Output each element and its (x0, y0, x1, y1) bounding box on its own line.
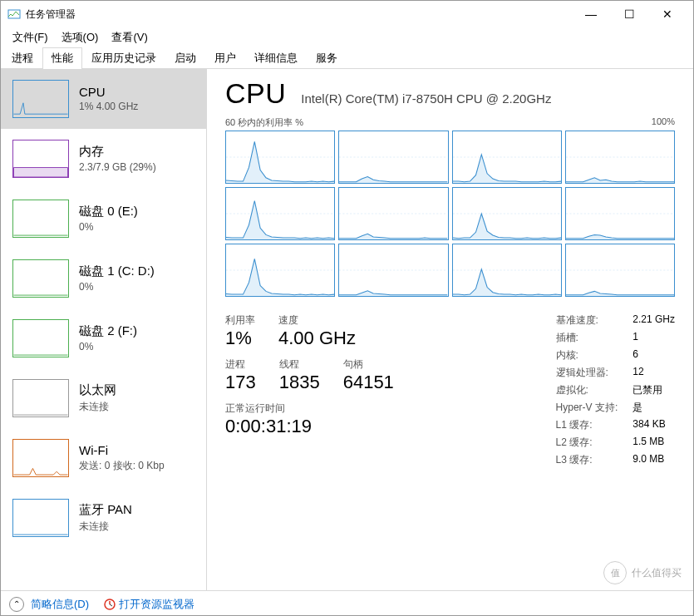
detail-panel: CPU Intel(R) Core(TM) i7-8750H CPU @ 2.2… (207, 69, 693, 590)
stat-label: 线程 (279, 357, 320, 372)
spec-val-5: 是 (632, 401, 675, 415)
tab-users[interactable]: 用户 (205, 47, 245, 69)
sidebar-thumb (12, 499, 69, 537)
brief-info-link[interactable]: 简略信息(D) (31, 597, 89, 612)
sidebar-item-title: 磁盘 1 (C: D:) (79, 264, 155, 279)
cpu-core-3 (565, 131, 675, 184)
primary-stat-1: 速度4.00 GHz (278, 313, 356, 349)
stat-label: 速度 (278, 313, 356, 328)
maximize-button[interactable]: ☐ (610, 1, 648, 27)
sidebar-item-sub: 发送: 0 接收: 0 Kbp (79, 459, 165, 473)
statusbar: ⌃ 简略信息(D) 打开资源监视器 (1, 590, 693, 616)
sidebar-item-sub: 2.3/7.9 GB (29%) (79, 161, 156, 173)
collapse-icon[interactable]: ⌃ (9, 597, 24, 612)
sidebar-item-6[interactable]: Wi-Fi发送: 0 接收: 0 Kbp (1, 428, 206, 488)
sidebar-item-sub: 0% (79, 221, 138, 233)
cpu-core-1 (338, 131, 448, 184)
sidebar-thumb (12, 80, 69, 118)
spec-val-7: 1.5 MB (632, 436, 675, 450)
sidebar-thumb (12, 379, 69, 417)
stat-value: 1835 (279, 372, 320, 393)
chart-label-left: 60 秒内的利用率 % (225, 116, 303, 129)
spec-key-4: 虚拟化: (556, 383, 618, 397)
sidebar-thumb (12, 140, 69, 178)
app-icon (7, 7, 21, 21)
stat-value: 1% (225, 328, 255, 349)
tab-performance[interactable]: 性能 (42, 47, 82, 69)
sidebar-item-sub: 未连接 (79, 400, 116, 414)
sidebar-item-sub: 0% (79, 281, 155, 293)
sidebar-item-title: 磁盘 2 (F:) (79, 323, 137, 339)
cpu-core-grid[interactable] (225, 131, 675, 297)
stat-value: 64151 (343, 372, 394, 393)
sidebar-item-title: 以太网 (79, 382, 116, 398)
spec-key-3: 逻辑处理器: (556, 366, 618, 380)
spec-val-0: 2.21 GHz (632, 313, 675, 328)
sidebar-thumb (12, 439, 69, 477)
cpu-core-7 (565, 187, 675, 240)
cpu-core-11 (565, 244, 675, 297)
sidebar-item-3[interactable]: 磁盘 1 (C: D:)0% (1, 249, 206, 308)
menu-view[interactable]: 查看(V) (105, 28, 154, 47)
spec-key-6: L1 缓存: (556, 418, 618, 432)
sidebar[interactable]: CPU1% 4.00 GHz内存2.3/7.9 GB (29%)磁盘 0 (E:… (1, 69, 207, 590)
stats-row: 利用率1%速度4.00 GHz 进程173线程1835句柄64151 正常运行时… (225, 313, 675, 467)
detail-title: CPU (225, 77, 286, 110)
stat-label: 句柄 (343, 357, 394, 372)
resmon-icon (104, 599, 116, 610)
tab-startup[interactable]: 启动 (165, 47, 205, 69)
secondary-stat-0: 进程173 (225, 357, 256, 393)
window-title: 任务管理器 (26, 7, 572, 22)
cpu-core-0 (225, 131, 335, 184)
uptime-value: 0:00:31:19 (225, 416, 556, 437)
sidebar-item-sub: 1% 4.00 GHz (79, 101, 138, 112)
tab-details[interactable]: 详细信息 (245, 47, 307, 69)
primary-stat-0: 利用率1% (225, 313, 255, 349)
cpu-core-8 (225, 244, 335, 297)
sidebar-item-7[interactable]: 蓝牙 PAN未连接 (1, 488, 206, 548)
spec-key-2: 内核: (556, 348, 618, 362)
stat-value: 173 (225, 372, 256, 393)
secondary-stat-1: 线程1835 (279, 357, 320, 393)
stat-value: 4.00 GHz (278, 328, 356, 349)
tab-processes[interactable]: 进程 (2, 47, 42, 69)
svg-line-15 (110, 604, 112, 606)
spec-key-0: 基准速度: (556, 313, 618, 328)
spec-key-8: L3 缓存: (556, 453, 618, 467)
stat-label: 进程 (225, 357, 256, 372)
main-area: CPU1% 4.00 GHz内存2.3/7.9 GB (29%)磁盘 0 (E:… (1, 69, 693, 590)
secondary-stats: 进程173线程1835句柄64151 (225, 357, 556, 393)
spec-val-2: 6 (632, 348, 675, 362)
sidebar-item-5[interactable]: 以太网未连接 (1, 368, 206, 428)
menu-file[interactable]: 文件(F) (6, 28, 55, 47)
stat-label: 利用率 (225, 313, 255, 328)
secondary-stat-2: 句柄64151 (343, 357, 394, 393)
sidebar-thumb (12, 200, 69, 238)
stats-left: 利用率1%速度4.00 GHz 进程173线程1835句柄64151 正常运行时… (225, 313, 556, 467)
sidebar-item-4[interactable]: 磁盘 2 (F:)0% (1, 308, 206, 368)
cpu-model: Intel(R) Core(TM) i7-8750H CPU @ 2.20GHz (301, 91, 551, 106)
sidebar-item-title: 蓝牙 PAN (79, 502, 132, 518)
tabbar: 进程 性能 应用历史记录 启动 用户 详细信息 服务 (1, 47, 693, 69)
sidebar-item-0[interactable]: CPU1% 4.00 GHz (1, 69, 206, 129)
minimize-button[interactable]: — (572, 1, 610, 27)
primary-stats: 利用率1%速度4.00 GHz (225, 313, 556, 349)
sidebar-item-1[interactable]: 内存2.3/7.9 GB (29%) (1, 129, 206, 189)
cpu-core-5 (338, 187, 448, 240)
close-button[interactable]: ✕ (648, 1, 687, 27)
window-controls: — ☐ ✕ (572, 1, 687, 27)
resmon-link[interactable]: 打开资源监视器 (119, 597, 194, 612)
specs-grid: 基准速度:2.21 GHz插槽:1内核:6逻辑处理器:12虚拟化:已禁用Hype… (556, 313, 675, 467)
menubar: 文件(F) 选项(O) 查看(V) (1, 27, 693, 47)
spec-val-8: 9.0 MB (632, 453, 675, 467)
sidebar-item-2[interactable]: 磁盘 0 (E:)0% (1, 189, 206, 249)
spec-val-1: 1 (632, 331, 675, 345)
spec-key-7: L2 缓存: (556, 436, 618, 450)
tab-app-history[interactable]: 应用历史记录 (82, 47, 165, 69)
sidebar-thumb (12, 319, 69, 357)
tab-services[interactable]: 服务 (307, 47, 347, 69)
menu-options[interactable]: 选项(O) (55, 28, 106, 47)
cpu-core-6 (452, 187, 562, 240)
spec-key-1: 插槽: (556, 331, 618, 345)
sidebar-item-title: 内存 (79, 144, 156, 160)
